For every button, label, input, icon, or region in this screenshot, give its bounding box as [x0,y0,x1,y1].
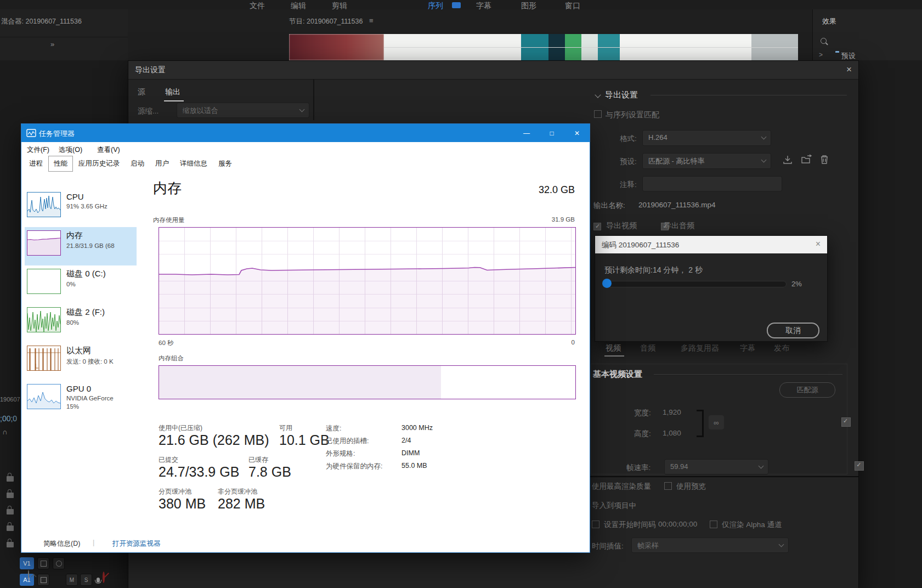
menu-window[interactable]: 窗口 [565,1,580,10]
use-preview-checkbox[interactable] [664,482,672,490]
match-sequence-label: 与序列设置匹配 [606,110,659,120]
framerate-checkbox[interactable] [855,461,864,471]
link-dimensions-icon[interactable]: ∞ [709,415,724,429]
sidebar-item-disk2[interactable]: 磁盘 2 (F:)80% [25,304,137,342]
match-source-button[interactable]: 匹配源 [779,382,835,398]
graph-time-label: 60 秒 [159,339,174,347]
menu-sequence[interactable]: 序列 [428,1,443,10]
time-interpolation-dropdown[interactable]: 帧采样 [631,538,789,553]
cancel-button[interactable]: 取消 [767,323,819,338]
export-video-checkbox[interactable] [593,223,601,230]
framerate-dropdown[interactable]: 59.94 [664,459,768,474]
track-lock-icon[interactable] [7,542,14,547]
comment-input[interactable] [642,176,782,191]
video-red-region [289,34,384,60]
start-timecode-value[interactable]: 00;00;00;00 [658,520,697,528]
tab-multiplexer[interactable]: 多路复用器 [681,343,719,353]
section-chevron-icon[interactable] [595,92,601,98]
tab-users[interactable]: 用户 [150,156,174,172]
tm-menu-file[interactable]: 文件(F) [27,145,49,155]
search-icon[interactable] [821,38,827,44]
maximize-button[interactable]: □ [539,124,564,142]
mic-icon[interactable] [97,575,100,585]
output-name-value[interactable]: 20190607_111536.mp4 [638,201,716,209]
dialog-splitter[interactable] [313,79,314,120]
tab-audio[interactable]: 音频 [640,343,655,353]
tm-menu-view[interactable]: 查看(V) [97,145,120,155]
tab-output[interactable]: 输出 [165,87,180,97]
presets-folder-label[interactable]: 预设 [841,51,856,61]
track-lock-icon[interactable] [7,493,14,498]
width-height-checkbox[interactable] [841,417,851,427]
tab-video[interactable]: 视频 [606,343,621,353]
import-preset-icon[interactable] [801,154,813,165]
use-preview-label: 使用预览 [676,482,706,491]
composition-inuse-segment [159,366,442,399]
framerate-label: 帧速率: [626,463,651,473]
tab-performance[interactable]: 性能 [48,156,73,172]
panel-menu-chevrons-icon[interactable]: » [50,40,54,48]
tab-app-history[interactable]: 应用历史记录 [73,156,125,172]
trash-icon[interactable] [819,154,829,165]
format-dropdown[interactable]: H.264 [642,130,771,146]
tab-processes[interactable]: 进程 [24,156,48,172]
premiere-menubar: 文件 编辑 剪辑 序列 字幕 图形 窗口 [0,0,922,10]
sidebar-item-memory[interactable]: 内存21.8/31.9 GB (68 [25,227,137,265]
minimize-button[interactable]: — [514,124,539,142]
sidebar-item-gpu[interactable]: GPU 0 NVIDIA GeForce 15% [25,381,137,425]
track-mute-button[interactable]: M [66,574,78,586]
sidebar-item-disk0[interactable]: 磁盘 0 (C:)0% [25,265,137,304]
menu-file[interactable]: 文件 [250,1,265,10]
save-preset-icon[interactable] [782,154,793,165]
track-v1-button[interactable]: V1 [20,557,34,569]
close-button[interactable]: ✕ [564,124,590,142]
video-preview-frame [289,34,798,60]
collapse-details-icon[interactable] [28,570,29,580]
menu-edit[interactable]: 编辑 [291,1,306,10]
width-label: 宽度: [634,408,651,418]
menu-graphics[interactable]: 图形 [521,1,536,10]
tree-expander-icon[interactable]: > [819,51,823,59]
panel-menu-icon[interactable]: ≡ [369,16,374,25]
track-lock-icon[interactable] [7,509,14,514]
track-toggle-icon[interactable] [37,557,49,569]
sidebar-memory-sub: 21.8/31.9 GB (68 [66,242,137,249]
sidebar-item-cpu[interactable]: CPU91% 3.65 GHz [25,189,137,227]
track-eye-icon[interactable] [53,557,65,569]
source-scaling-value: 缩放以适合 [183,106,218,116]
tab-captions[interactable]: 字幕 [740,343,755,353]
start-timecode-checkbox[interactable] [592,521,599,528]
match-sequence-checkbox[interactable] [594,110,602,118]
dialog-titlebar[interactable]: 导出设置 × [128,61,858,80]
tab-details[interactable]: 详细信息 [174,156,213,172]
menu-clip[interactable]: 剪辑 [332,1,347,10]
tab-publish[interactable]: 发布 [774,343,789,353]
encoding-titlebar[interactable]: 编码 20190607_111536 × [595,236,827,253]
hw-reserved-label: 为硬件保留的内存: [326,462,382,471]
nonpaged-pool-value: 282 MB [218,496,265,512]
tab-source[interactable]: 源 [138,87,145,97]
alpha-only-checkbox[interactable] [710,521,717,528]
height-value[interactable]: 1,080 [663,429,681,437]
close-icon[interactable]: × [816,239,821,249]
preset-dropdown[interactable]: 匹配源 - 高比特率 [642,153,771,169]
gpu-mini-chart [27,384,61,409]
track-lock-icon[interactable] [7,476,14,482]
menu-captions[interactable]: 字幕 [476,1,491,10]
fewer-details-link[interactable]: 简略信息(D) [43,539,80,549]
task-manager-icon [26,129,36,137]
tab-startup[interactable]: 启动 [125,156,150,172]
track-toggle-icon[interactable] [37,574,49,586]
slots-value: 2/4 [401,437,411,444]
track-lock-icon[interactable] [7,525,14,531]
tm-menu-options[interactable]: 选项(O) [59,145,82,155]
source-scaling-dropdown[interactable]: 缩放以适合 [177,103,309,118]
tab-services[interactable]: 服务 [213,156,237,172]
width-value[interactable]: 1,920 [663,408,681,416]
sidebar-item-ethernet[interactable]: 以太网发送: 0 接收: 0 K [25,342,137,381]
close-icon[interactable]: × [846,64,852,75]
track-solo-button[interactable]: S [80,574,92,586]
open-resource-monitor-link[interactable]: 打开资源监视器 [112,539,161,549]
in-use-value: 21.6 GB (262 MB) [159,432,269,448]
tm-titlebar[interactable]: 任务管理器 — □ ✕ [21,124,590,142]
